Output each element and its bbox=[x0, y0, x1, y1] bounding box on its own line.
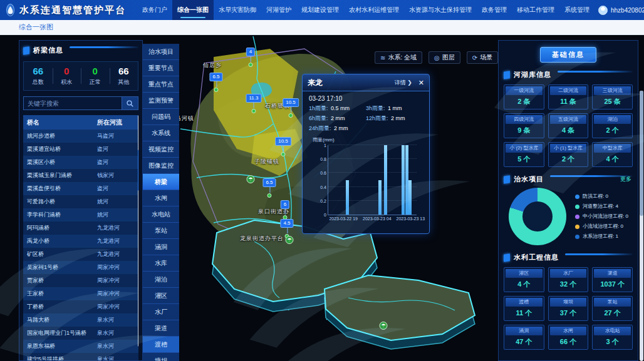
water-level-marker[interactable]: 10.5 bbox=[283, 98, 299, 107]
table-row[interactable]: 栗溪盘便引桥盗河 bbox=[23, 182, 138, 195]
water-level-marker[interactable]: 6.5 bbox=[209, 73, 222, 81]
topnav-item[interactable]: 系统管理 bbox=[559, 0, 595, 20]
table-scrollbar[interactable] bbox=[138, 115, 138, 347]
card-label: 泵站 bbox=[594, 298, 631, 307]
topnav-item[interactable]: 政务管理 bbox=[477, 0, 512, 20]
water-level-marker[interactable]: 6.5 bbox=[262, 178, 276, 187]
user-account[interactable]: hhzb42080201 ∨ bbox=[598, 6, 644, 15]
app-title: 水系连通智慧管护平台 bbox=[19, 4, 126, 16]
water-level-marker[interactable]: 4.5 bbox=[280, 219, 293, 228]
layer-item-视频监控[interactable]: 视频监控 bbox=[143, 141, 179, 158]
layer-item-塘坝[interactable]: 塘坝 bbox=[143, 353, 179, 361]
rain-metric: 24h雨量: 2 mm bbox=[309, 125, 366, 133]
card-value: 2 个 bbox=[550, 153, 587, 165]
layer-item-治水项目[interactable]: 治水项目 bbox=[143, 44, 179, 60]
chart-y-axis-label: 雨量(mm) bbox=[313, 136, 335, 143]
water-level-marker[interactable]: 4 bbox=[246, 48, 255, 56]
breadcrumb[interactable]: 综合一张图 bbox=[19, 23, 53, 32]
table-row[interactable]: 国家电网理业门1号涵桥泉水河 bbox=[23, 327, 138, 340]
table-row[interactable]: 贾家桥周家冲河 bbox=[23, 274, 138, 287]
projects-donut-chart bbox=[509, 188, 566, 245]
table-scrollbar-thumb[interactable] bbox=[138, 150, 138, 191]
card-value: 11 条 bbox=[550, 95, 587, 108]
rain-metric: 12h雨量: 2 mm bbox=[366, 114, 423, 123]
layers-button[interactable]: ◎ 图层 bbox=[428, 51, 460, 64]
layer-item-湖泊[interactable]: 湖泊 bbox=[143, 272, 179, 288]
table-row[interactable]: 禹龙小桥九龙港河 bbox=[23, 235, 138, 248]
topnav-item[interactable]: 政务门户 bbox=[137, 0, 172, 20]
table-row[interactable]: 泉恩东福桥泉水河 bbox=[23, 340, 138, 353]
page-scrollbar[interactable] bbox=[640, 91, 643, 361]
layer-item-重点节点[interactable]: 重点节点 bbox=[143, 76, 179, 93]
layer-item-渠道[interactable]: 渠道 bbox=[143, 320, 179, 337]
rain-metric-value: 0.5 mm bbox=[330, 105, 350, 111]
layer-item-监测预警[interactable]: 监测预警 bbox=[143, 93, 179, 109]
breadcrumb-bar: 综合一张图 bbox=[0, 20, 644, 35]
topnav-item[interactable]: 移动工作管理 bbox=[512, 0, 559, 20]
watersystem-scope-button[interactable]: ≋ 水系: 全域 bbox=[375, 51, 422, 64]
layer-item-水闸[interactable]: 水闸 bbox=[143, 190, 179, 206]
projects-legend: 防洪工程: 0河道整治工程: 4中小河流治理工程: 0小流域治理工程: 0水系治… bbox=[575, 191, 628, 242]
table-row[interactable]: 丁桥桥周家冲河 bbox=[23, 300, 138, 313]
layer-item-水厂[interactable]: 水厂 bbox=[143, 304, 179, 320]
layer-item-图像监控[interactable]: 图像监控 bbox=[143, 158, 179, 174]
search-input[interactable] bbox=[23, 96, 122, 110]
layer-item-灌区[interactable]: 灌区 bbox=[143, 288, 179, 304]
table-row[interactable]: 栗溪区小桥盗河 bbox=[23, 156, 138, 169]
page-scrollbar-thumb[interactable] bbox=[640, 91, 643, 216]
topnav-item[interactable]: 水旱灾害防御 bbox=[214, 0, 261, 20]
layer-item-桥梁[interactable]: 桥梁 bbox=[143, 174, 179, 190]
table-row[interactable]: 可爱路小桥姚河 bbox=[23, 195, 138, 208]
close-icon[interactable]: ✕ bbox=[418, 79, 424, 87]
rain-metric-value: 2 mm bbox=[330, 115, 345, 121]
card-value: 32 个 bbox=[550, 278, 587, 290]
table-row[interactable]: 姚河步道桥马盗河 bbox=[23, 130, 138, 143]
river-name-cell: 盗河 bbox=[95, 145, 138, 153]
legend-item: 河道整治工程: 4 bbox=[575, 201, 628, 211]
layer-item-水库[interactable]: 水库 bbox=[143, 255, 179, 272]
layer-item-泵站[interactable]: 泵站 bbox=[143, 223, 179, 239]
layer-item-水电站[interactable]: 水电站 bbox=[143, 206, 179, 223]
table-row[interactable]: 矿区桥九龙港河 bbox=[23, 248, 138, 261]
layer-item-重要节点[interactable]: 重要节点 bbox=[143, 60, 179, 76]
rain-station-icon[interactable]: ☂ bbox=[380, 322, 388, 330]
search-button[interactable] bbox=[122, 96, 138, 110]
table-row[interactable]: 栗溪城玉泉门涵桥钱家河 bbox=[23, 169, 138, 182]
water-level-marker[interactable]: 6 bbox=[281, 200, 289, 209]
topnav-item[interactable]: 河湖管护 bbox=[261, 0, 296, 20]
card-label: 灌区 bbox=[506, 269, 543, 278]
table-row[interactable]: 栗溪通宜站桥盗河 bbox=[23, 143, 138, 156]
table-row[interactable]: 王家桥周家冲河 bbox=[23, 287, 138, 300]
top-nav-menu: 政务门户综合一张图水旱灾害防御河湖管护规划建设管理农村水利运维管理水资源与水土保… bbox=[137, 0, 595, 20]
water-system-icon: ≋ bbox=[380, 54, 385, 61]
table-row[interactable]: 吴家祠1号桥周家冲河 bbox=[23, 261, 138, 274]
table-row[interactable]: 建宁5号提拱桥泉水河 bbox=[23, 353, 138, 360]
topnav-item[interactable]: 农村水利运维管理 bbox=[344, 0, 404, 20]
layer-item-问题码[interactable]: 问题码 bbox=[143, 109, 179, 125]
layer-item-渡槽[interactable]: 渡槽 bbox=[143, 337, 179, 353]
topnav-item[interactable]: 规划建设管理 bbox=[296, 0, 344, 20]
layer-item-涵洞[interactable]: 涵洞 bbox=[143, 239, 179, 255]
table-row[interactable]: 阿玛涵桥九龙港河 bbox=[23, 221, 138, 235]
rain-station-icon[interactable]: ☂ bbox=[286, 236, 294, 244]
rain-bar bbox=[408, 180, 412, 215]
rain-station-icon[interactable]: ☂ bbox=[247, 175, 255, 183]
info-card: 三级河流25 条 bbox=[592, 84, 633, 109]
section-bullet-icon bbox=[504, 71, 510, 79]
water-level-marker[interactable]: 10.5 bbox=[275, 137, 291, 146]
water-level-marker[interactable]: 11.3 bbox=[246, 94, 262, 103]
river-name-cell: 泉水河 bbox=[95, 342, 138, 350]
basic-info-button[interactable]: 基础信息 bbox=[540, 47, 596, 63]
topnav-item[interactable]: 水资源与水土保持管理 bbox=[404, 0, 477, 20]
user-avatar bbox=[598, 6, 608, 15]
popup-detail-link[interactable]: 详情 ❯ bbox=[395, 79, 412, 87]
legend-text: 河道整治工程: 4 bbox=[583, 201, 618, 211]
topnav-item[interactable]: 综合一张图 bbox=[172, 0, 214, 20]
layer-item-水系线[interactable]: 水系线 bbox=[143, 125, 179, 141]
table-row[interactable]: 李学科门涵桥姚河 bbox=[23, 208, 138, 221]
table-row[interactable]: 马路大桥泉水河 bbox=[23, 313, 138, 327]
rain-metric: 3h雨量: 1 mm bbox=[366, 104, 423, 113]
watersystem-scope-label: 水系: 全域 bbox=[388, 53, 417, 62]
more-link[interactable]: 更多 bbox=[620, 175, 631, 183]
scene-button[interactable]: ⟳ 场景 bbox=[467, 51, 498, 64]
